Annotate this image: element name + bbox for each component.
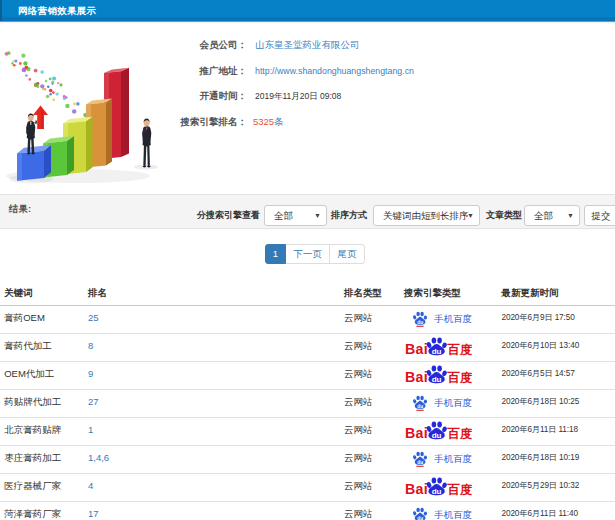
filter-bar: 结果: 分搜索引擎查看 全部▼ 排序方式 关键词由短到长排序▼ 文章类型 全部▼…: [0, 194, 615, 229]
engine-cell: du 百度 Bai du: [404, 337, 473, 357]
rank-link[interactable]: 1: [88, 424, 93, 436]
baidu-logo-du-text: du: [432, 347, 442, 356]
pagination: 1 下一页 尾页: [265, 244, 365, 264]
paw-du-text: du: [417, 404, 423, 409]
mobile-baidu-engine: du 手机百度: [412, 507, 472, 520]
title-bar-left-edge: [0, 0, 2, 21]
rank-link[interactable]: 9: [88, 368, 93, 380]
paw-red-dash: [416, 466, 423, 467]
promo-url-label: 推广地址：: [0, 64, 247, 77]
updated-cell: 2020年6月9日 17:50: [502, 312, 575, 324]
keyword-cell: 菏泽膏药厂家: [4, 508, 61, 520]
baidu-paw-icon: du: [412, 507, 428, 520]
engine-cell: du 手机百度 Bai du: [404, 309, 472, 329]
baidu-logo-hanzi-text: 百度: [447, 343, 473, 357]
rank-link[interactable]: 8: [88, 340, 93, 352]
rank-type-cell: 云网站: [344, 424, 373, 436]
info-row-rank-count: 搜索引擎排名：5325条: [0, 115, 560, 128]
col-engine-type: 搜索引擎类型: [404, 287, 461, 299]
engine-cell: du 百度 Bai du: [404, 365, 473, 385]
rank-link[interactable]: 4: [88, 480, 93, 492]
rank-link[interactable]: 17: [88, 508, 99, 520]
baidu-logo: Bai du 百度: [405, 477, 473, 497]
promo-url-link[interactable]: http://www.shandonghuangshengtang.cn: [255, 66, 414, 76]
rank-type-cell: 云网站: [344, 312, 373, 324]
table-row: 膏药OEM 25 云网站 du 手机百度: [0, 306, 615, 334]
confetti-dots: [5, 51, 88, 117]
keyword-cell: 医疗器械厂家: [4, 480, 61, 492]
engine-cell: du 手机百度 Bai du: [404, 393, 472, 413]
baidu-logo: Bai du 百度: [405, 421, 473, 441]
keyword-table: 关键词 排名 排名类型 搜索引擎类型 最新更新时间 膏药OEM 25 云网站: [0, 276, 615, 520]
sort-value: 关键词由短到长排序: [383, 210, 469, 221]
baidu-logo-bai-text: Bai: [405, 481, 428, 497]
col-keyword: 关键词: [4, 287, 33, 299]
engine-cell: du 手机百度 Bai du: [404, 505, 472, 520]
mobile-baidu-engine: du 手机百度: [412, 395, 472, 411]
updated-cell: 2020年6月18日 10:19: [502, 452, 580, 464]
baidu-logo: Bai du 百度: [405, 337, 473, 357]
info-row-url: 推广地址：http://www.shandonghuangshengtang.c…: [0, 64, 560, 77]
next-page-button[interactable]: 下一页: [285, 244, 330, 264]
mobile-baidu-engine: du 手机百度: [412, 451, 472, 467]
sort-select[interactable]: 关键词由短到长排序▼: [373, 205, 480, 226]
engine-filter-select[interactable]: 全部▼: [264, 205, 327, 226]
submit-button[interactable]: 提交: [584, 205, 615, 226]
updated-cell: 2020年6月11日 11:40: [502, 508, 578, 520]
table-row: 医疗器械厂家 4 云网站 du 百度: [0, 474, 615, 502]
article-type-value: 全部: [534, 210, 553, 221]
updated-cell: 2020年5月29日 10:32: [502, 480, 580, 492]
table-row: OEM代加工 9 云网站 du 百度: [0, 362, 615, 390]
paw-red-dash: [416, 410, 423, 411]
keyword-cell: OEM代加工: [4, 368, 54, 380]
baidu-logo-hanzi-text: 百度: [447, 427, 473, 441]
engine-cell: du 百度 Bai du: [404, 421, 473, 441]
open-time-value: 2019年11月20日 09:08: [255, 91, 341, 101]
table-row: 北京膏药贴牌 1 云网站 du 百度: [0, 418, 615, 446]
baidu-paw-icon: du: [412, 395, 428, 411]
rank-type-cell: 云网站: [344, 480, 373, 492]
col-rank: 排名: [88, 287, 107, 299]
engine-cell: du 手机百度 Bai du: [404, 449, 472, 469]
baidu-logo-paw-icon: du: [426, 477, 448, 495]
baidu-logo-hanzi-text: 百度: [447, 483, 473, 497]
rank-count-value: 5325: [253, 116, 274, 127]
page: 网络营销效果展示: [0, 0, 615, 520]
rank-link[interactable]: 1,4,6: [88, 452, 109, 464]
col-updated: 最新更新时间: [502, 287, 559, 299]
updated-cell: 2020年6月5日 14:57: [502, 368, 575, 380]
rank-type-cell: 云网站: [344, 452, 373, 464]
company-label: 会员公司：: [0, 38, 247, 51]
paw-du-text: du: [417, 460, 423, 465]
chevron-down-icon: ▼: [314, 206, 321, 225]
company-link[interactable]: 山东皇圣堂药业有限公司: [255, 39, 360, 50]
chevron-down-icon: ▼: [567, 206, 574, 225]
table-header: 关键词 排名 排名类型 搜索引擎类型 最新更新时间: [0, 276, 615, 306]
last-page-button[interactable]: 尾页: [329, 244, 365, 264]
rank-type-cell: 云网站: [344, 396, 373, 408]
engine-filter-label: 分搜索引擎查看: [197, 209, 260, 221]
keyword-cell: 北京膏药贴牌: [4, 424, 61, 436]
table-row: 菏泽膏药厂家 17 云网站 du 手机百度: [0, 502, 615, 520]
updated-cell: 2020年6月11日 11:18: [502, 424, 578, 436]
table-body: 膏药OEM 25 云网站 du 手机百度: [0, 306, 615, 520]
keyword-cell: 药贴牌代加工: [4, 396, 61, 408]
sort-label: 排序方式: [331, 209, 367, 221]
page-1-button[interactable]: 1: [265, 244, 286, 264]
rank-link[interactable]: 25: [88, 312, 99, 324]
article-type-select[interactable]: 全部▼: [524, 205, 580, 226]
col-rank-type: 排名类型: [344, 287, 382, 299]
keyword-cell: 膏药OEM: [4, 312, 45, 324]
table-row: 药贴牌代加工 27 云网站 du 手机百度: [0, 390, 615, 418]
engine-name: 手机百度: [434, 453, 472, 465]
engine-name: 手机百度: [434, 509, 472, 520]
rank-link[interactable]: 27: [88, 396, 99, 408]
updated-cell: 2020年6月18日 10:25: [502, 396, 580, 408]
baidu-logo-paw-icon: du: [426, 337, 448, 355]
baidu-logo-bai-text: Bai: [405, 425, 428, 441]
baidu-paw-icon: du: [412, 311, 428, 327]
baidu-paw-icon: du: [412, 451, 428, 467]
rank-type-cell: 云网站: [344, 508, 373, 520]
keyword-cell: 枣庄膏药加工: [4, 452, 61, 464]
engine-name: 手机百度: [434, 313, 472, 325]
